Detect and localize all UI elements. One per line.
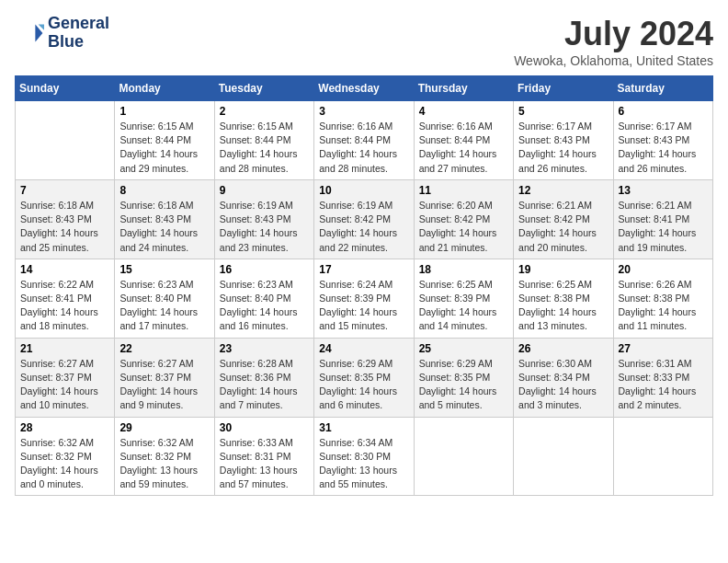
calendar-cell: 8Sunrise: 6:18 AM Sunset: 8:43 PM Daylig… <box>115 179 214 259</box>
day-info: Sunrise: 6:17 AM Sunset: 8:43 PM Dayligh… <box>619 120 708 176</box>
day-number: 22 <box>119 342 209 355</box>
day-info: Sunrise: 6:18 AM Sunset: 8:43 PM Dayligh… <box>20 199 109 255</box>
week-row: 14Sunrise: 6:22 AM Sunset: 8:41 PM Dayli… <box>16 259 713 338</box>
day-info: Sunrise: 6:16 AM Sunset: 8:44 PM Dayligh… <box>419 120 508 176</box>
week-row: 28Sunrise: 6:32 AM Sunset: 8:32 PM Dayli… <box>16 417 713 496</box>
calendar-cell: 26Sunrise: 6:30 AM Sunset: 8:34 PM Dayli… <box>514 338 613 417</box>
calendar-cell: 7Sunrise: 6:18 AM Sunset: 8:43 PM Daylig… <box>16 179 115 259</box>
day-info: Sunrise: 6:25 AM Sunset: 8:38 PM Dayligh… <box>518 278 608 334</box>
calendar-cell: 21Sunrise: 6:27 AM Sunset: 8:37 PM Dayli… <box>16 338 115 417</box>
day-info: Sunrise: 6:17 AM Sunset: 8:43 PM Dayligh… <box>518 120 608 176</box>
day-number: 31 <box>319 421 408 434</box>
month-title: July 2024 <box>514 15 713 53</box>
calendar-cell: 28Sunrise: 6:32 AM Sunset: 8:32 PM Dayli… <box>16 417 115 496</box>
day-number: 19 <box>518 263 608 276</box>
day-number: 7 <box>20 184 109 197</box>
day-info: Sunrise: 6:29 AM Sunset: 8:35 PM Dayligh… <box>419 357 508 413</box>
calendar-cell: 22Sunrise: 6:27 AM Sunset: 8:37 PM Dayli… <box>115 338 214 417</box>
logo: General Blue <box>15 15 109 52</box>
day-number: 20 <box>619 263 708 276</box>
day-number: 24 <box>319 342 408 355</box>
day-number: 21 <box>20 342 109 355</box>
calendar-cell: 23Sunrise: 6:28 AM Sunset: 8:36 PM Dayli… <box>214 338 313 417</box>
day-number: 30 <box>220 421 309 434</box>
day-number: 8 <box>119 184 209 197</box>
day-number: 15 <box>119 263 209 276</box>
day-info: Sunrise: 6:22 AM Sunset: 8:41 PM Dayligh… <box>20 278 109 334</box>
day-number: 29 <box>119 421 209 434</box>
calendar-cell <box>414 417 513 496</box>
day-number: 13 <box>619 184 708 197</box>
calendar-cell: 10Sunrise: 6:19 AM Sunset: 8:42 PM Dayli… <box>314 179 414 259</box>
day-number: 26 <box>518 342 608 355</box>
day-info: Sunrise: 6:21 AM Sunset: 8:41 PM Dayligh… <box>619 199 708 255</box>
day-number: 2 <box>220 105 309 118</box>
day-info: Sunrise: 6:30 AM Sunset: 8:34 PM Dayligh… <box>518 357 608 413</box>
calendar-cell: 12Sunrise: 6:21 AM Sunset: 8:42 PM Dayli… <box>514 179 613 259</box>
day-number: 25 <box>419 342 508 355</box>
weekday-header-monday: Monday <box>115 76 214 101</box>
day-info: Sunrise: 6:23 AM Sunset: 8:40 PM Dayligh… <box>220 278 309 334</box>
calendar-cell: 5Sunrise: 6:17 AM Sunset: 8:43 PM Daylig… <box>514 101 613 180</box>
calendar-cell: 2Sunrise: 6:15 AM Sunset: 8:44 PM Daylig… <box>214 101 313 180</box>
calendar-cell <box>514 417 613 496</box>
calendar-cell: 13Sunrise: 6:21 AM Sunset: 8:41 PM Dayli… <box>613 179 712 259</box>
day-info: Sunrise: 6:32 AM Sunset: 8:32 PM Dayligh… <box>20 436 109 492</box>
day-info: Sunrise: 6:28 AM Sunset: 8:36 PM Dayligh… <box>220 357 309 413</box>
calendar-cell: 11Sunrise: 6:20 AM Sunset: 8:42 PM Dayli… <box>414 179 513 259</box>
calendar-cell: 1Sunrise: 6:15 AM Sunset: 8:44 PM Daylig… <box>115 101 214 180</box>
calendar-cell: 19Sunrise: 6:25 AM Sunset: 8:38 PM Dayli… <box>514 259 613 338</box>
day-number: 10 <box>319 184 408 197</box>
weekday-header-row: SundayMondayTuesdayWednesdayThursdayFrid… <box>16 76 713 101</box>
calendar-cell: 24Sunrise: 6:29 AM Sunset: 8:35 PM Dayli… <box>314 338 414 417</box>
day-info: Sunrise: 6:21 AM Sunset: 8:42 PM Dayligh… <box>518 199 608 255</box>
day-info: Sunrise: 6:29 AM Sunset: 8:35 PM Dayligh… <box>319 357 408 413</box>
calendar-table: SundayMondayTuesdayWednesdayThursdayFrid… <box>15 75 713 496</box>
day-info: Sunrise: 6:31 AM Sunset: 8:33 PM Dayligh… <box>619 357 708 413</box>
weekday-header-saturday: Saturday <box>613 76 712 101</box>
day-info: Sunrise: 6:32 AM Sunset: 8:32 PM Dayligh… <box>119 436 209 492</box>
weekday-header-wednesday: Wednesday <box>314 76 414 101</box>
day-info: Sunrise: 6:15 AM Sunset: 8:44 PM Dayligh… <box>220 120 309 176</box>
day-number: 3 <box>319 105 408 118</box>
day-number: 18 <box>419 263 508 276</box>
day-info: Sunrise: 6:34 AM Sunset: 8:30 PM Dayligh… <box>319 436 408 492</box>
day-info: Sunrise: 6:33 AM Sunset: 8:31 PM Dayligh… <box>220 436 309 492</box>
day-info: Sunrise: 6:15 AM Sunset: 8:44 PM Dayligh… <box>119 120 209 176</box>
weekday-header-thursday: Thursday <box>414 76 513 101</box>
weekday-header-friday: Friday <box>514 76 613 101</box>
day-number: 23 <box>220 342 309 355</box>
calendar-cell: 27Sunrise: 6:31 AM Sunset: 8:33 PM Dayli… <box>613 338 712 417</box>
title-section: July 2024 Wewoka, Oklahoma, United State… <box>514 15 713 68</box>
calendar-cell: 20Sunrise: 6:26 AM Sunset: 8:38 PM Dayli… <box>613 259 712 338</box>
weekday-header-sunday: Sunday <box>16 76 115 101</box>
calendar-cell: 9Sunrise: 6:19 AM Sunset: 8:43 PM Daylig… <box>214 179 313 259</box>
day-info: Sunrise: 6:19 AM Sunset: 8:42 PM Dayligh… <box>319 199 408 255</box>
calendar-cell: 14Sunrise: 6:22 AM Sunset: 8:41 PM Dayli… <box>16 259 115 338</box>
calendar-cell <box>16 101 115 180</box>
day-number: 4 <box>419 105 508 118</box>
day-info: Sunrise: 6:24 AM Sunset: 8:39 PM Dayligh… <box>319 278 408 334</box>
calendar-cell: 15Sunrise: 6:23 AM Sunset: 8:40 PM Dayli… <box>115 259 214 338</box>
day-number: 17 <box>319 263 408 276</box>
calendar-cell <box>613 417 712 496</box>
day-number: 6 <box>619 105 708 118</box>
day-number: 9 <box>220 184 309 197</box>
week-row: 7Sunrise: 6:18 AM Sunset: 8:43 PM Daylig… <box>16 179 713 259</box>
day-info: Sunrise: 6:23 AM Sunset: 8:40 PM Dayligh… <box>119 278 209 334</box>
calendar-cell: 17Sunrise: 6:24 AM Sunset: 8:39 PM Dayli… <box>314 259 414 338</box>
day-number: 1 <box>119 105 209 118</box>
day-number: 5 <box>518 105 608 118</box>
location: Wewoka, Oklahoma, United States <box>514 53 713 68</box>
calendar-cell: 18Sunrise: 6:25 AM Sunset: 8:39 PM Dayli… <box>414 259 513 338</box>
calendar-cell: 3Sunrise: 6:16 AM Sunset: 8:44 PM Daylig… <box>314 101 414 180</box>
week-row: 21Sunrise: 6:27 AM Sunset: 8:37 PM Dayli… <box>16 338 713 417</box>
page-header: General Blue July 2024 Wewoka, Oklahoma,… <box>15 15 713 68</box>
day-number: 14 <box>20 263 109 276</box>
day-number: 12 <box>518 184 608 197</box>
day-number: 11 <box>419 184 508 197</box>
logo-icon <box>15 18 44 48</box>
day-number: 16 <box>220 263 309 276</box>
day-info: Sunrise: 6:19 AM Sunset: 8:43 PM Dayligh… <box>220 199 309 255</box>
calendar-cell: 30Sunrise: 6:33 AM Sunset: 8:31 PM Dayli… <box>214 417 313 496</box>
